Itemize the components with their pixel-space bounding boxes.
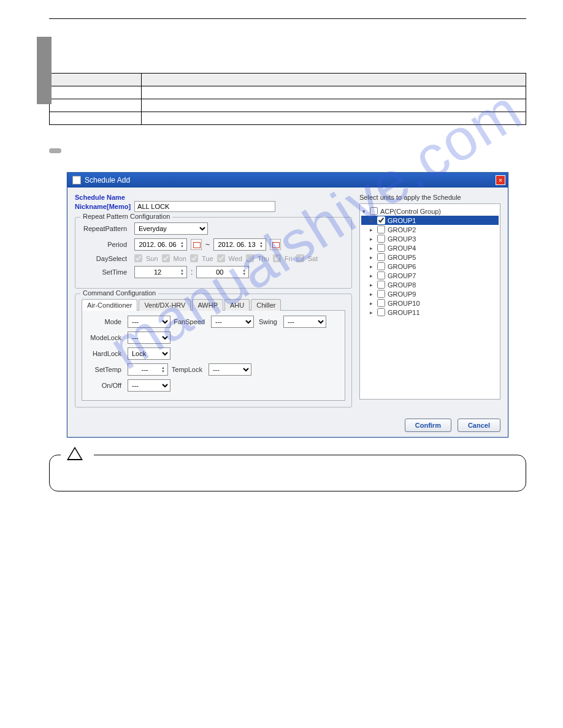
templock-label: TempLock xyxy=(170,366,206,373)
swing-select[interactable]: --- xyxy=(283,316,326,328)
tree-item[interactable]: ▸GROUP5 xyxy=(361,252,499,262)
triangle-right-icon: ▸ xyxy=(370,245,375,251)
modelock-label: ModeLock xyxy=(87,334,125,341)
mode-select[interactable]: --- xyxy=(128,316,170,328)
tree-item[interactable]: ▸GROUP2 xyxy=(361,225,499,234)
templock-select[interactable]: --- xyxy=(209,363,251,376)
java-icon xyxy=(72,176,81,184)
settime-min-input[interactable]: ▲▼ xyxy=(196,266,249,278)
day-sun-checkbox xyxy=(134,254,142,262)
period-from-input[interactable]: ▲▼ xyxy=(134,238,187,251)
period-separator: ~ xyxy=(205,240,210,249)
side-strip xyxy=(37,37,52,104)
tree-item-checkbox[interactable] xyxy=(377,226,385,233)
notes-pill xyxy=(49,148,61,153)
dialog-titlebar: Schedule Add × xyxy=(67,173,508,188)
table-cell xyxy=(142,86,526,99)
tree-item-checkbox[interactable] xyxy=(377,271,385,279)
calendar-icon[interactable] xyxy=(270,239,281,250)
repeat-pattern-fieldset: Repeat Pattern Configuration RepeatPatte… xyxy=(75,217,352,289)
triangle-right-icon: ▸ xyxy=(370,218,375,224)
triangle-right-icon: ▸ xyxy=(370,254,375,260)
calendar-icon[interactable] xyxy=(191,239,202,250)
settemp-label: SetTemp xyxy=(87,366,125,373)
tree-item-checkbox[interactable] xyxy=(377,299,385,307)
triangle-right-icon: ▸ xyxy=(370,300,375,306)
triangle-down-icon: ▾ xyxy=(362,208,367,214)
dialog-title: Schedule Add xyxy=(85,176,130,184)
table-cell xyxy=(50,99,142,112)
warning-icon xyxy=(67,447,83,460)
dayselect-label: DaySelect xyxy=(82,255,131,262)
tree-root[interactable]: ▾ ACP(Control Group) xyxy=(361,207,499,216)
table-header xyxy=(142,74,526,86)
tree-item-checkbox[interactable] xyxy=(377,308,385,316)
day-sat-checkbox xyxy=(296,254,304,262)
repeat-pattern-select[interactable]: Everyday xyxy=(134,222,208,235)
tree-item[interactable]: ▸GROUP6 xyxy=(361,262,499,271)
fanspeed-select[interactable]: --- xyxy=(211,316,254,328)
day-mon-checkbox xyxy=(162,254,170,262)
tab-vent[interactable]: Vent/DX-HRV xyxy=(139,299,191,311)
tab-chiller[interactable]: Chiller xyxy=(251,299,281,311)
triangle-right-icon: ▸ xyxy=(370,291,375,297)
hardlock-select[interactable]: Lock xyxy=(128,347,170,360)
tree-item-checkbox[interactable] xyxy=(377,281,385,289)
tree-item[interactable]: ▸GROUP4 xyxy=(361,243,499,252)
day-thu-checkbox xyxy=(246,254,254,262)
tree-item-checkbox[interactable] xyxy=(377,253,385,261)
close-icon[interactable]: × xyxy=(496,175,505,185)
tree-item-checkbox[interactable] xyxy=(377,216,385,224)
table-header xyxy=(50,74,142,86)
tree-item[interactable]: ▸GROUP8 xyxy=(361,280,499,289)
tab-awhp[interactable]: AWHP xyxy=(192,299,223,311)
onoff-select[interactable]: --- xyxy=(128,379,170,392)
tree-item-checkbox[interactable] xyxy=(377,244,385,252)
tree-item-checkbox[interactable] xyxy=(377,262,385,270)
nickname-label: Nickname[Memo] xyxy=(75,203,131,210)
settime-label: SetTime xyxy=(82,268,131,276)
day-wed-checkbox xyxy=(217,254,225,262)
confirm-button[interactable]: Confirm xyxy=(405,419,451,432)
tab-ahu[interactable]: AHU xyxy=(224,299,250,311)
triangle-right-icon: ▸ xyxy=(370,273,375,279)
tree-label: Select units to apply the Schedule xyxy=(359,194,500,201)
info-table xyxy=(49,73,526,125)
triangle-right-icon: ▸ xyxy=(370,236,375,242)
modelock-select[interactable]: --- xyxy=(128,332,170,344)
unit-tree[interactable]: ▾ ACP(Control Group) ▸GROUP1▸GROUP2▸GROU… xyxy=(359,203,500,400)
time-colon: : xyxy=(191,268,193,276)
top-rule xyxy=(49,18,526,19)
nickname-input[interactable] xyxy=(134,201,275,212)
tree-item[interactable]: ▸GROUP1 xyxy=(361,216,499,225)
tree-item-checkbox[interactable] xyxy=(377,290,385,298)
settemp-input[interactable]: ▲▼ xyxy=(128,363,168,376)
caution-box xyxy=(49,455,526,491)
triangle-right-icon: ▸ xyxy=(370,282,375,288)
tree-item[interactable]: ▸GROUP10 xyxy=(361,298,499,308)
triangle-right-icon: ▸ xyxy=(370,227,375,233)
period-to-input[interactable]: ▲▼ xyxy=(213,238,266,251)
table-cell xyxy=(142,112,526,125)
schedule-add-dialog: Schedule Add × Schedule Name Nickname[Me… xyxy=(67,172,508,438)
tree-item[interactable]: ▸GROUP7 xyxy=(361,271,499,280)
command-config-fieldset: Command Configuration Air-Conditioner Ve… xyxy=(75,294,352,408)
repeat-pattern-label: RepeatPattern xyxy=(82,225,131,232)
table-cell xyxy=(50,112,142,125)
day-fri-checkbox xyxy=(273,254,281,262)
schedule-name-label: Schedule Name xyxy=(75,194,352,201)
fieldset-title: Command Configuration xyxy=(80,289,158,297)
hardlock-label: HardLock xyxy=(87,350,125,357)
table-cell xyxy=(50,86,142,99)
tab-air-conditioner[interactable]: Air-Conditioner xyxy=(82,299,137,311)
tree-item[interactable]: ▸GROUP9 xyxy=(361,289,499,298)
tree-item[interactable]: ▸GROUP3 xyxy=(361,234,499,243)
settime-hour-input[interactable]: ▲▼ xyxy=(134,266,187,278)
mode-label: Mode xyxy=(87,318,125,325)
tree-item-checkbox[interactable] xyxy=(377,235,385,243)
cancel-button[interactable]: Cancel xyxy=(458,419,500,432)
tree-item[interactable]: ▸GROUP11 xyxy=(361,308,499,317)
table-cell xyxy=(142,99,526,112)
tree-root-checkbox[interactable] xyxy=(370,207,378,215)
caution-heading xyxy=(61,447,94,460)
